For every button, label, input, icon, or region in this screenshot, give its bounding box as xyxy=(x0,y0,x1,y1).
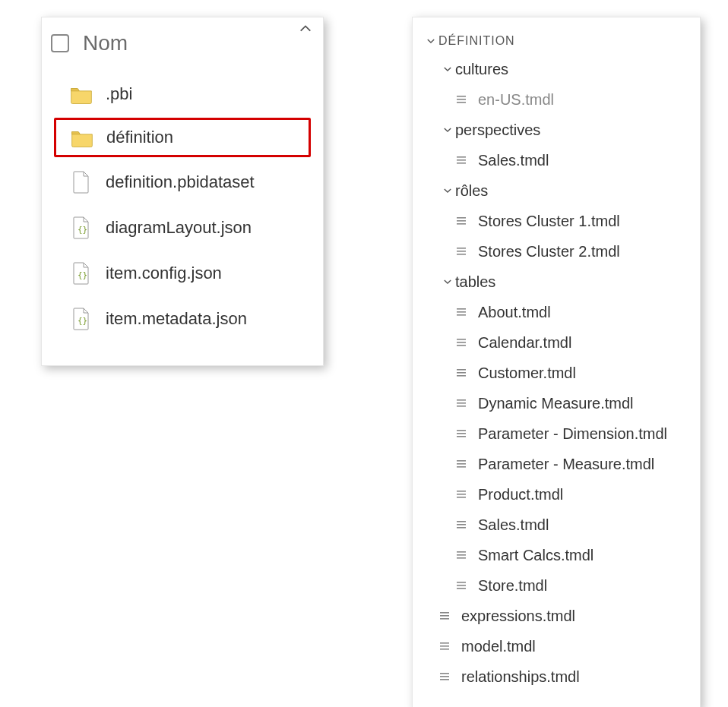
file-lines-icon xyxy=(440,671,454,682)
svg-rect-20 xyxy=(457,345,466,346)
folder-row[interactable]: .pbi xyxy=(54,75,311,113)
svg-rect-37 xyxy=(457,524,466,526)
tree-file[interactable]: Store.tmdl xyxy=(420,570,692,601)
file-row[interactable]: definition.pbidataset xyxy=(54,162,311,203)
tree-file[interactable]: Calendar.tmdl xyxy=(420,327,692,358)
chevron-down-icon[interactable] xyxy=(423,36,438,46)
tree-panel: DÉFINITION culturesen-US.tmdlperspective… xyxy=(412,17,701,707)
svg-rect-26 xyxy=(457,406,466,407)
svg-rect-30 xyxy=(457,460,466,462)
svg-rect-32 xyxy=(457,466,466,468)
svg-rect-50 xyxy=(440,649,449,650)
tree-file[interactable]: Parameter - Dimension.tmdl xyxy=(420,418,692,449)
svg-rect-35 xyxy=(457,497,466,498)
tree-item-label: Sales.tmdl xyxy=(478,514,549,535)
file-lines-icon xyxy=(457,459,470,469)
file-name-label: definition.pbidataset xyxy=(106,172,255,192)
svg-rect-53 xyxy=(440,679,449,680)
svg-rect-23 xyxy=(457,375,466,377)
svg-rect-31 xyxy=(457,463,466,465)
tree-file[interactable]: Dynamic Measure.tmdl xyxy=(420,388,692,418)
svg-rect-19 xyxy=(457,342,466,343)
file-name-label: item.config.json xyxy=(106,264,222,283)
tree-file[interactable]: Sales.tmdl xyxy=(420,145,692,175)
svg-rect-39 xyxy=(457,551,466,553)
svg-rect-38 xyxy=(457,527,466,529)
select-all-checkbox[interactable] xyxy=(51,34,69,52)
tree-root-label: DÉFINITION xyxy=(438,33,515,49)
chevron-down-icon[interactable] xyxy=(440,64,455,74)
file-name-label: .pbi xyxy=(106,84,132,104)
file-lines-icon xyxy=(457,307,470,317)
svg-rect-6 xyxy=(457,156,466,158)
svg-rect-18 xyxy=(457,339,466,340)
tree-item-label: Dynamic Measure.tmdl xyxy=(478,393,634,414)
file-lines-icon xyxy=(457,519,470,530)
svg-rect-10 xyxy=(457,220,466,222)
file-lines-icon xyxy=(457,368,470,378)
folder-icon xyxy=(68,128,96,147)
json-file-icon: {} xyxy=(68,216,95,239)
tree-file[interactable]: Sales.tmdl xyxy=(420,510,692,540)
svg-text:{}: {} xyxy=(78,316,87,326)
file-row[interactable]: {}item.metadata.json xyxy=(54,298,311,339)
file-name-label: définition xyxy=(106,128,173,147)
tree-file[interactable]: Customer.tmdl xyxy=(420,358,692,388)
file-name-label: item.metadata.json xyxy=(106,309,247,329)
svg-rect-47 xyxy=(440,618,449,620)
tree-file[interactable]: Stores Cluster 2.tmdl xyxy=(420,236,692,267)
tree-file[interactable]: Stores Cluster 1.tmdl xyxy=(420,206,692,236)
tree-file[interactable]: expressions.tmdl xyxy=(420,601,692,631)
tree-item-label: Parameter - Dimension.tmdl xyxy=(478,423,667,444)
tree-item-label: relationships.tmdl xyxy=(461,666,580,687)
svg-rect-4 xyxy=(457,99,466,100)
tree-folder[interactable]: rôles xyxy=(420,175,692,206)
tree-file[interactable]: en-US.tmdl xyxy=(420,84,692,115)
chevron-down-icon[interactable] xyxy=(440,125,455,135)
chevron-down-icon[interactable] xyxy=(440,276,455,287)
tree-file[interactable]: Product.tmdl xyxy=(420,479,692,510)
svg-rect-3 xyxy=(457,96,466,97)
folder-icon xyxy=(68,84,95,104)
svg-rect-16 xyxy=(457,311,466,313)
svg-rect-48 xyxy=(440,642,449,644)
file-name-label: diagramLayout.json xyxy=(106,218,252,238)
tree-item-label: perspectives xyxy=(455,119,540,140)
tree-folder[interactable]: cultures xyxy=(420,54,692,84)
file-lines-icon xyxy=(457,94,470,105)
tree-root[interactable]: DÉFINITION xyxy=(420,28,692,54)
svg-rect-34 xyxy=(457,494,466,495)
tree-file[interactable]: About.tmdl xyxy=(420,297,692,327)
chevron-up-icon[interactable] xyxy=(299,22,312,39)
file-lines-icon xyxy=(457,216,470,226)
svg-rect-13 xyxy=(457,251,466,252)
chevron-down-icon[interactable] xyxy=(440,185,455,196)
json-file-icon: {} xyxy=(68,308,95,330)
file-lines-icon xyxy=(457,489,470,500)
tree-file[interactable]: Parameter - Measure.tmdl xyxy=(420,449,692,479)
file-row[interactable]: {}item.config.json xyxy=(54,253,311,294)
svg-rect-25 xyxy=(457,402,466,404)
tree-file[interactable]: relationships.tmdl xyxy=(420,661,692,692)
file-lines-icon xyxy=(457,337,470,348)
tree-folder[interactable]: perspectives xyxy=(420,115,692,145)
svg-rect-51 xyxy=(440,673,449,674)
svg-rect-44 xyxy=(457,588,466,589)
svg-rect-45 xyxy=(440,612,449,614)
tree-item-label: model.tmdl xyxy=(461,636,536,657)
svg-rect-33 xyxy=(457,491,466,492)
tree-file[interactable]: Smart Calcs.tmdl xyxy=(420,540,692,570)
tree-folder[interactable]: tables xyxy=(420,267,692,297)
tree-item-label: tables xyxy=(455,271,495,292)
file-lines-icon xyxy=(457,428,470,439)
file-explorer-header[interactable]: Nom xyxy=(42,22,323,71)
file-row[interactable]: {}diagramLayout.json xyxy=(54,207,311,248)
folder-row[interactable]: définition xyxy=(54,118,311,157)
svg-rect-8 xyxy=(457,163,466,164)
column-header-name[interactable]: Nom xyxy=(83,31,128,55)
tree-item-label: Calendar.tmdl xyxy=(478,332,571,353)
tree-item-label: Smart Calcs.tmdl xyxy=(478,544,593,566)
file-lines-icon xyxy=(440,611,454,621)
json-file-icon: {} xyxy=(68,262,95,285)
tree-file[interactable]: model.tmdl xyxy=(420,631,692,661)
